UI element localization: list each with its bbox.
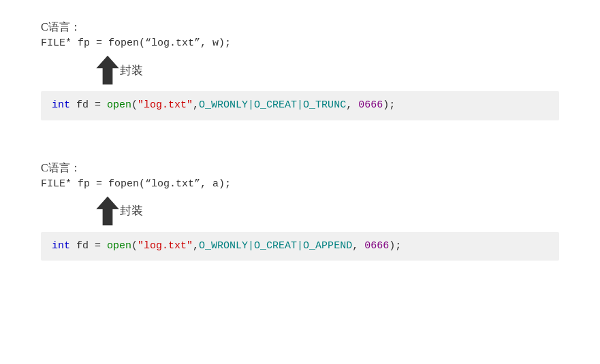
var-decl-1: fd = [70, 99, 107, 111]
paren-close-1: ); [383, 99, 395, 111]
str-log-1: "log.txt" [138, 99, 193, 111]
arrow-up-icon-1 [95, 54, 120, 86]
comma-4: , [352, 240, 364, 252]
flags-2: O_WRONLY|O_CREAT|O_APPEND [199, 240, 352, 252]
c-lang-label-2: C语言： [41, 161, 559, 176]
c-lang-label-1: C语言： [41, 20, 559, 35]
comma-1: , [193, 99, 199, 111]
paren-open-2: ( [131, 240, 138, 252]
paren-open-1: ( [131, 99, 138, 111]
keyword-int-2: int [52, 240, 70, 252]
spacer [0, 134, 600, 154]
mode-1: 0666 [358, 99, 383, 111]
comma-3: , [193, 240, 199, 252]
keyword-int-1: int [52, 99, 70, 111]
encap-label-1: 封装 [120, 63, 143, 78]
var-decl-2: fd = [70, 240, 107, 252]
svg-marker-0 [96, 56, 119, 84]
svg-marker-1 [96, 196, 119, 225]
c-code-text-2: FILE* fp = fopen(“log.txt”, a); [41, 178, 559, 190]
code-block-1: int fd = open("log.txt",O_WRONLY|O_CREAT… [41, 91, 559, 120]
code-block-2: int fd = open("log.txt",O_WRONLY|O_CREAT… [41, 232, 559, 261]
func-open-2: open [107, 240, 131, 252]
comma-2: , [346, 99, 358, 111]
mode-2: 0666 [364, 240, 389, 252]
section-1: C语言： FILE* fp = fopen(“log.txt”, w); 封装 … [0, 20, 600, 120]
arrow-label-row-1: 封装 [95, 54, 559, 86]
arrow-label-row-2: 封装 [95, 195, 559, 227]
section-2: C语言： FILE* fp = fopen(“log.txt”, a); 封装 … [0, 161, 600, 261]
str-log-2: "log.txt" [138, 240, 193, 252]
arrow-up-icon-2 [95, 195, 120, 227]
func-open-1: open [107, 99, 131, 111]
paren-close-2: ); [389, 240, 401, 252]
encap-label-2: 封装 [120, 203, 143, 218]
flags-1: O_WRONLY|O_CREAT|O_TRUNC [199, 99, 346, 111]
c-code-text-1: FILE* fp = fopen(“log.txt”, w); [41, 37, 559, 49]
